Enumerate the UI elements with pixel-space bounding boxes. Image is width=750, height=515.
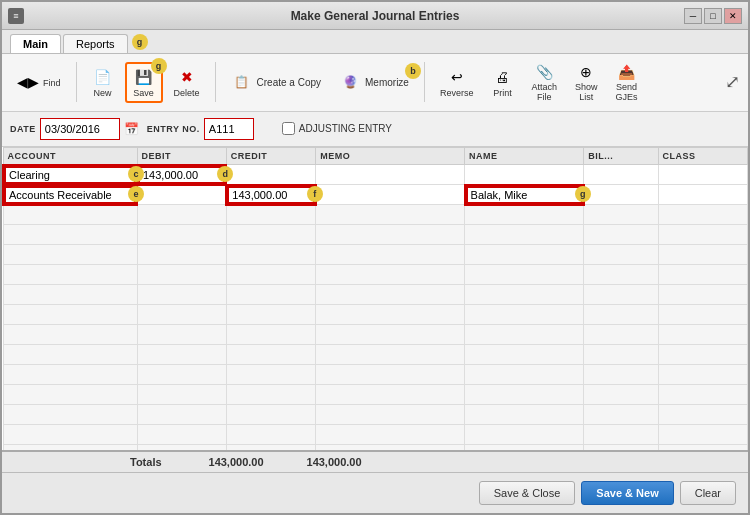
input-name-1[interactable]: [465, 165, 583, 184]
input-billable-2[interactable]: [585, 185, 658, 204]
tab-main[interactable]: Main: [10, 34, 61, 53]
cell-debit-1[interactable]: d: [137, 165, 226, 185]
input-billable-1[interactable]: [584, 165, 657, 184]
menu-tabs: Main Reports g: [2, 30, 748, 54]
memorize-button[interactable]: 🔮 Memorize b: [332, 68, 416, 96]
table-row: [3, 285, 748, 305]
find-button[interactable]: ◀▶ Find: [10, 68, 68, 96]
send-gjes-icon: 📤: [615, 62, 637, 82]
journal-table: ACCOUNT DEBIT CREDIT MEMO NAME BIL... CL…: [2, 147, 748, 450]
send-gjes-button[interactable]: 📤 SendGJEs: [608, 58, 644, 107]
col-header-billable: BIL...: [584, 147, 658, 165]
entry-field: ENTRY NO.: [147, 118, 254, 140]
save-close-button[interactable]: Save & Close: [479, 481, 576, 505]
app-icon: ≡: [8, 8, 24, 24]
save-new-button[interactable]: Save & New: [581, 481, 673, 505]
totals-credit: 143,000.00: [272, 456, 362, 468]
input-class-2[interactable]: [659, 185, 747, 204]
tab-reports[interactable]: Reports: [63, 34, 128, 53]
cell-account-1[interactable]: c: [3, 165, 137, 185]
input-account-1[interactable]: [4, 166, 136, 184]
clear-button[interactable]: Clear: [680, 481, 736, 505]
totals-row: Totals 143,000.00 143,000.00: [2, 450, 748, 472]
create-copy-button[interactable]: 📋 Create a Copy: [224, 68, 328, 96]
cell-class-1[interactable]: [658, 165, 747, 185]
form-area: DATE 📅 ENTRY NO. ADJUSTING ENTRY: [2, 112, 748, 147]
memorize-icon: 🔮: [339, 72, 361, 92]
bottom-bar: Save & Close Save & New Clear: [2, 472, 748, 513]
table-row: [3, 385, 748, 405]
attach-label: AttachFile: [531, 83, 557, 103]
table-row: [3, 365, 748, 385]
table-row: [3, 245, 748, 265]
new-label: New: [94, 88, 112, 98]
show-list-icon: ⊕: [575, 62, 597, 82]
adjusting-entry-area: ADJUSTING ENTRY: [282, 122, 392, 135]
save-button[interactable]: 💾 Save g: [125, 62, 163, 103]
attach-file-button[interactable]: 📎 AttachFile: [524, 58, 564, 107]
input-memo-2[interactable]: [317, 185, 464, 204]
window-title: Make General Journal Entries: [0, 9, 750, 23]
toolbar: ◀▶ Find 📄 New 💾 Save g ✖ Delete 📋 Create…: [2, 54, 748, 112]
cell-account-2[interactable]: e: [3, 185, 137, 205]
show-list-label: ShowList: [575, 83, 598, 103]
col-header-class: CLASS: [658, 147, 747, 165]
memorize-label: Memorize: [365, 77, 409, 88]
cell-name-1[interactable]: [465, 165, 584, 185]
input-credit-1[interactable]: [227, 165, 315, 184]
show-list-button[interactable]: ⊕ ShowList: [568, 58, 605, 107]
input-credit-2[interactable]: [227, 186, 314, 204]
cell-credit-2[interactable]: f: [226, 185, 315, 205]
create-copy-label: Create a Copy: [257, 77, 321, 88]
col-header-name: NAME: [465, 147, 584, 165]
input-account-2[interactable]: [4, 186, 136, 204]
resize-icon[interactable]: ⤢: [725, 71, 740, 93]
new-button[interactable]: 📄 New: [85, 63, 121, 102]
adjusting-entry-label: ADJUSTING ENTRY: [299, 123, 392, 134]
date-label: DATE: [10, 124, 36, 134]
col-header-memo: MEMO: [316, 147, 465, 165]
separator-3: [424, 62, 425, 102]
input-debit-2[interactable]: [138, 186, 225, 205]
cell-billable-2[interactable]: [584, 185, 658, 205]
save-label: Save: [133, 88, 154, 98]
input-name-2[interactable]: [466, 186, 583, 204]
delete-label: Delete: [174, 88, 200, 98]
print-icon: 🖨: [491, 67, 513, 87]
cell-name-2[interactable]: g: [465, 185, 584, 205]
table-row: [3, 305, 748, 325]
col-header-credit: CREDIT: [226, 147, 315, 165]
minimize-button[interactable]: ─: [684, 8, 702, 24]
calendar-icon[interactable]: 📅: [124, 122, 139, 136]
date-input[interactable]: [40, 118, 120, 140]
reverse-button[interactable]: ↩ Reverse: [433, 63, 481, 102]
reverse-icon: ↩: [446, 67, 468, 87]
totals-debit: 143,000.00: [174, 456, 264, 468]
input-debit-1[interactable]: [138, 166, 225, 184]
input-memo-1[interactable]: [316, 165, 464, 184]
print-button[interactable]: 🖨 Print: [484, 63, 520, 102]
totals-label: Totals: [130, 456, 162, 468]
cell-credit-1[interactable]: [226, 165, 315, 185]
restore-button[interactable]: □: [704, 8, 722, 24]
save-icon: 💾: [133, 67, 155, 87]
cell-memo-1[interactable]: [316, 165, 465, 185]
cell-billable-1[interactable]: [584, 165, 658, 185]
table-row: [3, 325, 748, 345]
table-row: [3, 345, 748, 365]
copy-icon: 📋: [231, 72, 253, 92]
table-row: [3, 205, 748, 225]
input-class-1[interactable]: [659, 165, 747, 184]
separator-1: [76, 62, 77, 102]
entry-input[interactable]: [204, 118, 254, 140]
cell-debit-2[interactable]: [137, 185, 226, 205]
adjusting-entry-checkbox[interactable]: [282, 122, 295, 135]
attach-icon: 📎: [533, 62, 555, 82]
table-row: [3, 405, 748, 425]
table-row: [3, 445, 748, 450]
cell-class-2[interactable]: [658, 185, 747, 205]
table-scroll[interactable]: ACCOUNT DEBIT CREDIT MEMO NAME BIL... CL…: [2, 147, 748, 450]
delete-button[interactable]: ✖ Delete: [167, 63, 207, 102]
close-button[interactable]: ✕: [724, 8, 742, 24]
cell-memo-2[interactable]: [316, 185, 465, 205]
